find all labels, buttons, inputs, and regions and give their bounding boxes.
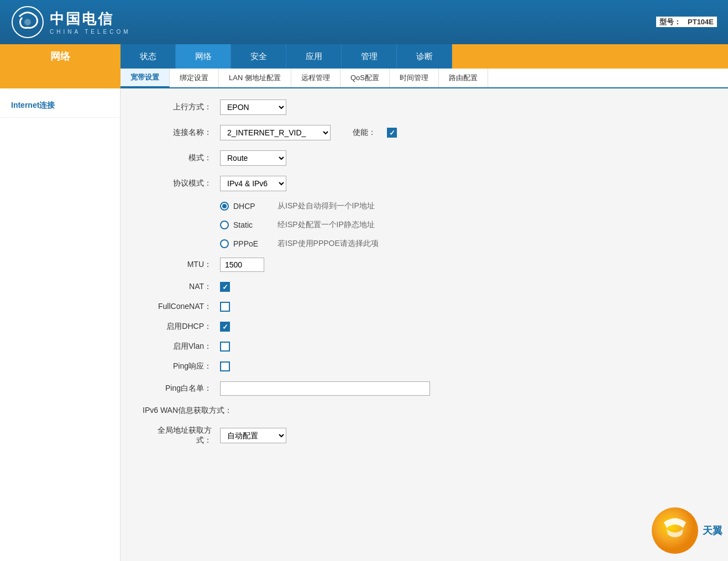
- ping-control: [220, 361, 230, 371]
- pppoe-radio[interactable]: [220, 239, 229, 248]
- enable-dhcp-row: 启用DHCP：: [143, 322, 706, 332]
- nav-tab-mgmt[interactable]: 管理: [342, 44, 397, 69]
- global-addr-control: 自动配置 手动配置: [220, 428, 286, 443]
- ping-whitelist-label: Ping白名单：: [143, 384, 220, 394]
- nat-row: NAT：: [143, 282, 706, 292]
- mode-select[interactable]: Route Bridge: [220, 150, 286, 166]
- enable-vlan-label: 启用Vlan：: [143, 342, 220, 352]
- dhcp-radio[interactable]: [220, 202, 229, 211]
- logo-english: CHINA TELECOM: [50, 29, 131, 35]
- mtu-label: MTU：: [143, 260, 220, 270]
- nav-sidebar-label: 网络: [0, 44, 121, 69]
- sub-tab-route[interactable]: 路由配置: [439, 69, 488, 87]
- sub-tab-time[interactable]: 时间管理: [390, 69, 439, 87]
- sub-tab-lan[interactable]: LAN 侧地址配置: [219, 69, 291, 87]
- svg-point-2: [652, 507, 698, 554]
- pppoe-desc: 若ISP使用PPPOE请选择此项: [277, 239, 379, 249]
- nav-tabs: 状态 网络 安全 应用 管理 诊断: [121, 44, 728, 69]
- ping-whitelist-row: Ping白名单：: [143, 381, 706, 396]
- global-addr-select[interactable]: 自动配置 手动配置: [220, 428, 286, 443]
- mtu-control: [220, 258, 264, 272]
- ping-whitelist-input[interactable]: [220, 381, 430, 396]
- connection-label: 连接名称：: [143, 128, 220, 138]
- global-addr-label: 全局地址获取方式：: [143, 426, 220, 445]
- mtu-input[interactable]: [220, 258, 264, 272]
- ping-whitelist-control: [220, 381, 430, 396]
- enable-checkbox[interactable]: [387, 128, 397, 138]
- enable-vlan-checkbox[interactable]: [220, 342, 230, 352]
- logo-chinese: 中国电信: [50, 9, 131, 29]
- tianyi-text: 天翼: [703, 524, 722, 537]
- nav-tab-apps[interactable]: 应用: [286, 44, 342, 69]
- protocol-row: 协议模式： IPv4 & IPv6 IPv4 Only IPv6 Only: [143, 176, 706, 191]
- sub-tab-broadband[interactable]: 宽带设置: [121, 69, 170, 87]
- ct-logo-icon: [11, 6, 44, 39]
- mode-label: 模式：: [143, 153, 220, 163]
- enable-dhcp-control: [220, 322, 230, 332]
- fullcone-control: [220, 302, 230, 312]
- enable-label: 使能：: [353, 128, 376, 138]
- connection-control: 2_INTERNET_R_VID_ 使能：: [220, 125, 397, 140]
- uplink-label: 上行方式：: [143, 102, 220, 112]
- dhcp-label: DHCP: [233, 202, 272, 211]
- uplink-row: 上行方式： EPON GPON ADSL: [143, 99, 706, 115]
- main-nav: 网络 状态 网络 安全 应用 管理 诊断: [0, 44, 728, 69]
- sub-nav-wrapper: 宽带设置 绑定设置 LAN 侧地址配置 远程管理 QoS配置 时间管理 路由配置: [0, 69, 728, 88]
- enable-vlan-control: [220, 342, 230, 352]
- sidebar: Internet连接: [0, 88, 121, 561]
- main-content: 上行方式： EPON GPON ADSL 连接名称： 2_INTERNET_R_…: [121, 88, 728, 561]
- enable-dhcp-label: 启用DHCP：: [143, 322, 220, 332]
- logo-text-group: 中国电信 CHINA TELECOM: [50, 9, 131, 35]
- nat-checkbox[interactable]: [220, 282, 230, 292]
- model-info: 型号：PT104E: [656, 17, 717, 27]
- sub-tab-remote[interactable]: 远程管理: [291, 69, 341, 87]
- ping-checkbox[interactable]: [220, 361, 230, 371]
- sub-nav-filler: [0, 69, 121, 88]
- nav-tab-security[interactable]: 安全: [231, 44, 286, 69]
- nav-tab-diag[interactable]: 诊断: [397, 44, 452, 69]
- model-label: 型号：: [656, 17, 684, 27]
- nat-control: [220, 282, 230, 292]
- ping-row: Ping响应：: [143, 361, 706, 371]
- static-label: Static: [233, 221, 272, 229]
- ipv6-wan-label: IPv6 WAN信息获取方式：: [143, 406, 232, 416]
- protocol-select[interactable]: IPv4 & IPv6 IPv4 Only IPv6 Only: [220, 176, 286, 191]
- svg-point-1: [24, 19, 31, 25]
- nav-tab-status[interactable]: 状态: [121, 44, 176, 69]
- fullcone-label: FullConeNAT：: [143, 302, 220, 312]
- pppoe-label: PPPoE: [233, 239, 272, 248]
- pppoe-radio-row: PPPoE 若ISP使用PPPOE请选择此项: [143, 239, 706, 249]
- mtu-row: MTU：: [143, 258, 706, 272]
- sub-nav: 宽带设置 绑定设置 LAN 侧地址配置 远程管理 QoS配置 时间管理 路由配置: [121, 69, 728, 88]
- protocol-control: IPv4 & IPv6 IPv4 Only IPv6 Only: [220, 176, 286, 191]
- sub-tab-qos[interactable]: QoS配置: [341, 69, 390, 87]
- nat-label: NAT：: [143, 282, 220, 292]
- content-wrapper: Internet连接 上行方式： EPON GPON ADSL 连接名称： 2_…: [0, 88, 728, 561]
- static-radio-row: Static 经ISP处配置一个IP静态地址: [143, 220, 706, 230]
- uplink-control: EPON GPON ADSL: [220, 99, 286, 115]
- dhcp-radio-row: DHCP 从ISP处自动得到一个IP地址: [143, 201, 706, 211]
- uplink-select[interactable]: EPON GPON ADSL: [220, 99, 286, 115]
- logo-area: 中国电信 CHINA TELECOM: [11, 6, 131, 39]
- connection-select[interactable]: 2_INTERNET_R_VID_: [220, 125, 331, 140]
- enable-vlan-row: 启用Vlan：: [143, 342, 706, 352]
- tianyi-circle-logo: [650, 506, 700, 555]
- model-value: PT104E: [684, 17, 717, 27]
- fullcone-row: FullConeNAT：: [143, 302, 706, 312]
- fullcone-checkbox[interactable]: [220, 302, 230, 312]
- ping-label: Ping响应：: [143, 361, 220, 371]
- static-desc: 经ISP处配置一个IP静态地址: [277, 220, 375, 230]
- mode-row: 模式： Route Bridge: [143, 150, 706, 166]
- nav-tab-network[interactable]: 网络: [176, 44, 231, 69]
- enable-dhcp-checkbox[interactable]: [220, 322, 230, 332]
- dhcp-desc: 从ISP处自动得到一个IP地址: [277, 201, 375, 211]
- tianyi-logo-area: 天翼: [650, 506, 722, 555]
- sidebar-item-internet[interactable]: Internet连接: [0, 94, 120, 118]
- ipv6-wan-row: IPv6 WAN信息获取方式：: [143, 406, 706, 416]
- sub-tab-binding[interactable]: 绑定设置: [170, 69, 219, 87]
- global-addr-row: 全局地址获取方式： 自动配置 手动配置: [143, 426, 706, 445]
- protocol-label: 协议模式：: [143, 179, 220, 188]
- mode-control: Route Bridge: [220, 150, 286, 166]
- static-radio[interactable]: [220, 221, 229, 229]
- connection-row: 连接名称： 2_INTERNET_R_VID_ 使能：: [143, 125, 706, 140]
